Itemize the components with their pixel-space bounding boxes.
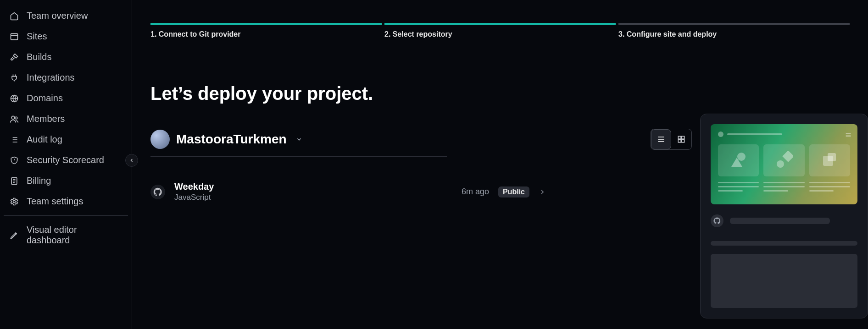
svg-rect-16 — [828, 153, 836, 161]
repo-language: JavaScript — [174, 193, 452, 202]
github-icon — [150, 185, 165, 199]
sidebar-item-label: Builds — [27, 52, 51, 62]
svg-point-14 — [777, 160, 784, 168]
chevron-right-icon — [539, 188, 546, 196]
step-bar — [150, 23, 382, 25]
sidebar-item-billing[interactable]: Billing — [4, 170, 128, 191]
placeholder — [711, 254, 857, 308]
sidebar-item-label: Billing — [27, 175, 51, 186]
svg-point-2 — [11, 116, 15, 119]
repo-row[interactable]: Weekday JavaScript 6m ago Public — [150, 181, 546, 202]
step-3: 3. Configure site and deploy — [618, 23, 850, 38]
sidebar-item-sites[interactable]: Sites — [4, 26, 128, 47]
plug-icon — [9, 73, 19, 83]
sidebar-item-label: Members — [27, 114, 65, 124]
step-1: 1. Connect to Git provider — [150, 23, 382, 38]
step-bar — [618, 23, 850, 25]
visibility-badge: Public — [498, 186, 529, 197]
svg-rect-7 — [682, 136, 684, 139]
users-icon — [9, 114, 19, 124]
placeholder — [730, 218, 830, 224]
placeholder — [711, 241, 857, 246]
sidebar-item-label: Domains — [27, 93, 63, 104]
view-toggle — [651, 129, 692, 150]
account-name: MastooraTurkmen — [176, 132, 287, 147]
sidebar-item-label: Team overview — [27, 11, 88, 21]
avatar — [150, 130, 170, 149]
svg-point-3 — [15, 117, 17, 119]
sidebar-item-team-settings[interactable]: Team settings — [4, 191, 128, 212]
sidebar-item-visual-editor[interactable]: Visual editor dashboard — [4, 219, 128, 251]
sidebar-item-label: Integrations — [27, 72, 75, 83]
svg-rect-0 — [11, 33, 18, 39]
pencil-icon — [9, 230, 19, 240]
sidebar-item-members[interactable]: Members — [4, 109, 128, 129]
gear-icon — [9, 197, 19, 207]
main-content: 1. Connect to Git provider 2. Select rep… — [132, 0, 868, 329]
sidebar-item-domains[interactable]: Domains — [4, 88, 128, 109]
account-selector[interactable]: MastooraTurkmen — [150, 130, 302, 149]
svg-rect-9 — [682, 140, 684, 143]
sidebar-item-security[interactable]: Security Scorecard — [4, 150, 128, 170]
hammer-icon — [9, 52, 19, 62]
step-bar — [384, 23, 616, 25]
shield-icon — [9, 155, 19, 165]
sidebar-item-label: Sites — [27, 31, 47, 42]
list-icon — [9, 135, 19, 145]
svg-point-11 — [737, 153, 746, 161]
svg-point-5 — [13, 200, 16, 203]
grid-view-button[interactable] — [671, 129, 691, 149]
github-icon — [711, 214, 723, 227]
sidebar-item-audit-log[interactable]: Audit log — [4, 129, 128, 150]
sidebar-item-integrations[interactable]: Integrations — [4, 67, 128, 88]
progress-steps: 1. Connect to Git provider 2. Select rep… — [150, 23, 850, 38]
sidebar-item-label: Security Scorecard — [27, 155, 104, 165]
globe-icon — [9, 93, 19, 104]
svg-rect-6 — [678, 136, 681, 139]
sidebar-item-team-overview[interactable]: Team overview — [4, 5, 128, 26]
page-title: Let’s deploy your project. — [150, 83, 850, 104]
receipt-icon — [9, 176, 19, 186]
step-2: 2. Select repository — [384, 23, 616, 38]
svg-rect-8 — [678, 140, 681, 143]
repo-name: Weekday — [174, 181, 452, 192]
svg-rect-13 — [782, 151, 793, 162]
home-icon — [9, 11, 19, 21]
browser-icon — [9, 32, 19, 42]
list-view-button[interactable] — [651, 129, 671, 149]
sidebar-item-label: Visual editor dashboard — [27, 225, 122, 246]
sidebar: Team overview Sites Builds Integrations … — [0, 0, 132, 329]
sidebar-item-builds[interactable]: Builds — [4, 47, 128, 67]
chevron-down-icon — [296, 136, 302, 143]
menu-icon — [845, 132, 852, 139]
sidebar-item-label: Team settings — [27, 196, 83, 207]
repo-updated-time: 6m ago — [462, 187, 489, 197]
preview-hero — [711, 124, 857, 204]
preview-card — [700, 114, 868, 318]
sidebar-item-label: Audit log — [27, 134, 62, 145]
